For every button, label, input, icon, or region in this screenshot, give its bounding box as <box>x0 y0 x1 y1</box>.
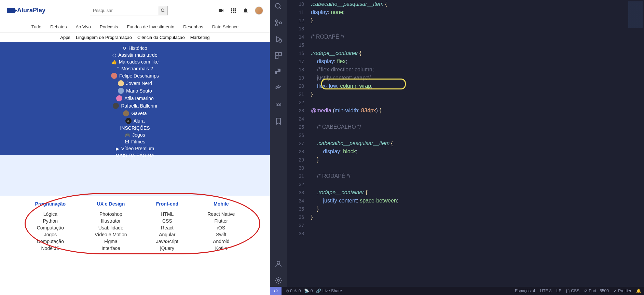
channel-avatar <box>113 103 119 109</box>
search-button[interactable] <box>158 6 168 15</box>
status-prettier[interactable]: ✓ Prettier <box>614 289 631 293</box>
chip[interactable]: Linguagem de Programação <box>76 35 132 40</box>
sidebar-historico[interactable]: ↺Histórico <box>0 45 270 52</box>
status-encoding[interactable]: UTF-8 <box>540 289 552 293</box>
line-gutter: 1011121314151617181920212223242526272829… <box>290 0 304 238</box>
svg-rect-6 <box>233 10 234 11</box>
minimap[interactable] <box>628 1 643 46</box>
browser-header: AluraPlay <box>0 0 270 21</box>
extensions-icon[interactable] <box>274 51 283 60</box>
gamepad-icon: 🎮 <box>125 132 130 138</box>
header-actions <box>218 6 263 15</box>
sidebar-assistir[interactable]: ◌Assistir mais tarde <box>0 52 270 58</box>
channel-item[interactable]: Atila Iamarino <box>0 95 270 102</box>
footer-link[interactable]: iOS <box>207 224 235 231</box>
activity-bar <box>270 0 287 295</box>
channel-item[interactable]: Rafaella Ballerini <box>0 102 270 110</box>
footer-column-title: UX e Design <box>95 201 127 207</box>
share-arrow-icon[interactable] <box>274 84 283 93</box>
sidebar-marcados[interactable]: 👍Marcados com like <box>0 58 270 65</box>
footer-link[interactable]: Android <box>207 238 235 245</box>
channel-avatar <box>123 110 129 116</box>
channel-item[interactable]: Jovem Nerd <box>0 80 270 87</box>
footer-link[interactable]: Illustrator <box>95 217 127 224</box>
svg-rect-8 <box>231 12 232 13</box>
gear-icon[interactable] <box>274 276 283 285</box>
code-editor[interactable]: 1011121314151617181920212223242526272829… <box>287 0 644 295</box>
footer-link[interactable]: React <box>156 224 178 231</box>
svg-rect-18 <box>275 53 278 55</box>
footer-link[interactable]: React Native <box>207 211 235 217</box>
errors-count[interactable]: ⊘ 0 ⚠ 0 <box>286 289 301 293</box>
chip[interactable]: Desenhos <box>180 23 207 30</box>
footer-link[interactable]: Kotlin <box>207 245 235 252</box>
bell-icon[interactable] <box>243 8 249 14</box>
chip[interactable]: Ciência da Computação <box>137 35 185 40</box>
footer-link[interactable]: CSS <box>156 217 178 224</box>
channel-item[interactable]: aAlura <box>0 117 270 125</box>
user-avatar[interactable] <box>255 6 263 15</box>
status-lang[interactable]: { } CSS <box>566 289 579 293</box>
code-content[interactable]: .cabecalho__pesquisar__item {display: no… <box>311 0 630 238</box>
footer-link[interactable]: jQuery <box>156 245 178 252</box>
footer-column-title: Mobile <box>207 201 235 207</box>
logo[interactable]: AluraPlay <box>7 7 45 14</box>
source-control-icon[interactable] <box>274 18 283 27</box>
footer-link[interactable]: HTML <box>156 211 178 217</box>
live-share[interactable]: 🔗 Live Share <box>316 289 342 293</box>
svg-rect-2 <box>231 8 232 10</box>
svg-rect-19 <box>279 53 282 55</box>
footer-link[interactable]: Computação <box>35 238 66 245</box>
status-bell-icon[interactable]: 🔔 <box>636 289 641 293</box>
footer-link[interactable]: Flutter <box>207 217 235 224</box>
sidebar-jogos[interactable]: 🎮Jogos <box>0 131 270 138</box>
footer-link[interactable]: Lógica <box>35 211 66 217</box>
footer-link[interactable]: Swift <box>207 231 235 238</box>
footer-link[interactable]: Interface <box>95 245 127 252</box>
footer-link[interactable]: Node JS <box>35 245 66 252</box>
python-icon[interactable] <box>274 68 283 76</box>
film-icon: 🎞 <box>125 139 129 144</box>
footer-link[interactable]: Computação <box>35 224 66 231</box>
search-input[interactable] <box>90 6 158 15</box>
sidebar-filmes[interactable]: 🎞Filmes <box>0 138 270 145</box>
run-debug-icon[interactable] <box>274 35 283 44</box>
camera-plus-icon[interactable] <box>218 8 224 14</box>
footer-link[interactable]: Figma <box>95 238 127 245</box>
footer-link[interactable]: Vídeo e Motion <box>95 231 127 238</box>
footer-link[interactable]: Python <box>35 217 66 224</box>
footer-link[interactable]: Usabilidade <box>95 224 127 231</box>
channel-item[interactable]: Mario Souto <box>0 87 270 95</box>
channel-item[interactable]: Gaveta <box>0 110 270 117</box>
svg-rect-7 <box>235 10 236 11</box>
live-icon[interactable] <box>274 100 283 109</box>
chip[interactable]: Podcasts <box>96 23 121 30</box>
footer-link[interactable]: JavaScript <box>156 238 178 245</box>
remote-button[interactable] <box>270 287 282 295</box>
channel-avatar: a <box>125 118 132 124</box>
chip[interactable]: Fundos de Investimento <box>124 23 178 30</box>
chip[interactable]: Data Science <box>209 23 242 30</box>
channel-item[interactable]: Felipe Deschamps <box>0 72 270 80</box>
footer-column: Front-endHTMLCSSReactAngularJavaScriptjQ… <box>156 201 178 252</box>
chip[interactable]: Debates <box>47 23 70 30</box>
chip[interactable]: Apps <box>60 35 70 40</box>
footer-link[interactable]: Photoshop <box>95 211 127 217</box>
status-spaces[interactable]: Espaços: 4 <box>515 289 535 293</box>
bookmark-icon[interactable] <box>274 117 283 126</box>
sidebar-premium[interactable]: ▶Vídeo Premium <box>0 145 270 152</box>
status-lf[interactable]: LF <box>557 289 561 293</box>
footer-link[interactable]: Jogos <box>35 231 66 238</box>
search-activity-icon[interactable] <box>274 2 283 11</box>
channel-avatar <box>111 73 117 79</box>
radio-icon[interactable]: 📡 0 <box>304 289 313 293</box>
search-icon <box>161 8 165 13</box>
chip[interactable]: Ao Vivo <box>72 23 94 30</box>
chip[interactable]: Marketing <box>190 35 210 40</box>
status-port[interactable]: ⊘ Port : 5500 <box>584 289 609 293</box>
chip[interactable]: Tudo <box>28 23 45 30</box>
footer-link[interactable]: Angular <box>156 231 178 238</box>
sidebar-mostrar-mais[interactable]: ˅Mostrar mais 2 <box>0 65 270 72</box>
account-icon[interactable] <box>274 259 283 268</box>
apps-grid-icon[interactable] <box>230 8 236 14</box>
